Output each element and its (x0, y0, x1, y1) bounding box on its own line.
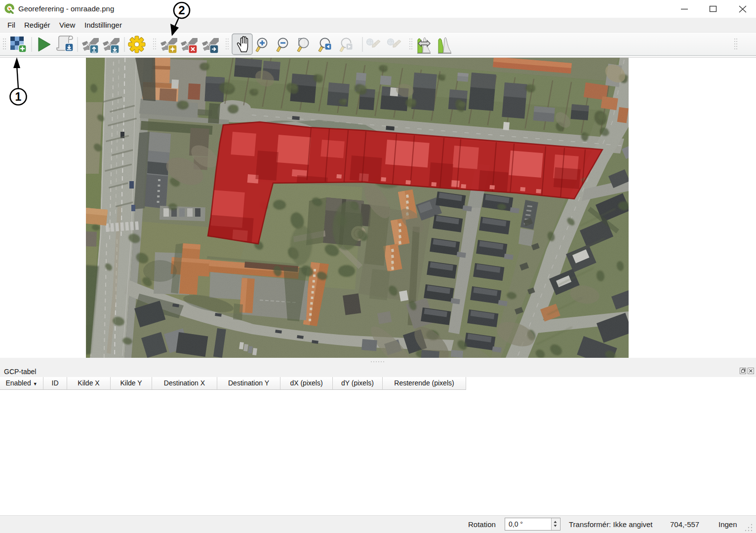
svg-text:2: 2 (178, 3, 185, 17)
svg-text:1: 1 (15, 90, 22, 103)
